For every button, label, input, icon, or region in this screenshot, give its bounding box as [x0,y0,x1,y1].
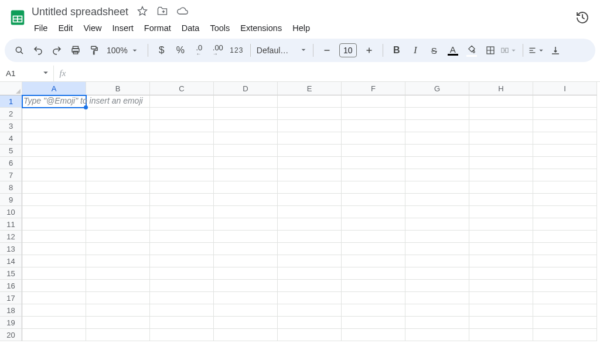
redo-icon[interactable] [48,42,66,59]
cell[interactable] [278,255,342,267]
cell[interactable] [342,132,405,145]
cell[interactable] [405,132,469,145]
cell[interactable] [342,108,405,120]
decrease-decimal-icon[interactable]: .0← [190,42,208,59]
cell[interactable] [214,145,278,157]
row-header[interactable]: 9 [0,194,22,206]
cell[interactable] [22,243,86,255]
cell[interactable] [469,317,533,329]
row-header[interactable]: 1 [0,95,22,108]
cell[interactable] [405,255,469,267]
cell[interactable] [214,95,278,108]
cell[interactable] [278,317,342,329]
cell[interactable] [22,132,86,145]
column-header[interactable]: A [22,82,86,95]
cell[interactable] [405,157,469,169]
cell[interactable] [342,267,405,280]
cell[interactable] [22,194,86,206]
cell[interactable] [278,95,342,108]
row-header[interactable]: 10 [0,206,22,218]
cell[interactable] [278,132,342,145]
column-header[interactable]: D [214,82,278,95]
cell[interactable] [342,181,405,194]
menu-format[interactable]: Format [139,21,176,35]
menu-data[interactable]: Data [177,21,204,35]
menu-file[interactable]: File [29,21,52,35]
cell[interactable] [214,267,278,280]
row-header[interactable]: 3 [0,120,22,132]
version-history-icon[interactable] [575,11,589,26]
cell[interactable] [150,243,214,255]
cell[interactable] [469,132,533,145]
cell[interactable] [150,317,214,329]
cell[interactable] [469,304,533,317]
cell[interactable] [22,108,86,120]
cell[interactable] [22,329,86,341]
font-size-input[interactable]: 10 [339,43,357,57]
decrease-font-size-icon[interactable] [318,42,336,59]
undo-icon[interactable] [29,42,47,59]
cell[interactable] [469,255,533,267]
cell[interactable] [278,120,342,132]
row-header[interactable]: 2 [0,108,22,120]
cell[interactable] [22,280,86,292]
cell[interactable] [86,243,150,255]
cell[interactable] [278,243,342,255]
cell[interactable] [214,304,278,317]
cell[interactable] [86,304,150,317]
column-header[interactable]: E [278,82,342,95]
cell[interactable] [533,329,597,341]
cell[interactable] [278,145,342,157]
cell[interactable] [150,169,214,181]
row-header[interactable]: 13 [0,243,22,255]
cell[interactable] [342,206,405,218]
cell[interactable] [86,108,150,120]
sheets-logo[interactable] [6,6,29,29]
cell[interactable] [342,243,405,255]
fill-handle[interactable] [84,105,88,109]
row-header[interactable]: 16 [0,280,22,292]
cell[interactable] [278,304,342,317]
cell[interactable] [150,181,214,194]
menu-help[interactable]: Help [288,21,315,35]
cell[interactable] [469,206,533,218]
cell[interactable] [469,280,533,292]
cell[interactable] [86,157,150,169]
italic-icon[interactable]: I [407,42,424,59]
column-header[interactable]: G [405,82,469,95]
cell[interactable] [214,206,278,218]
currency-icon[interactable]: $ [153,42,171,59]
cell[interactable] [533,157,597,169]
row-header[interactable]: 7 [0,169,22,181]
cell[interactable] [533,231,597,243]
cell[interactable] [150,108,214,120]
cell[interactable] [342,231,405,243]
search-icon[interactable] [11,42,28,59]
formula-input[interactable] [71,66,600,81]
cell[interactable] [214,329,278,341]
cell[interactable] [405,317,469,329]
cell[interactable] [469,231,533,243]
text-color-icon[interactable]: A [444,42,462,59]
cell[interactable] [342,194,405,206]
column-header[interactable]: I [533,82,597,95]
cell[interactable] [469,145,533,157]
cell[interactable] [533,292,597,304]
cell[interactable] [150,280,214,292]
cell[interactable] [342,280,405,292]
cell[interactable] [22,157,86,169]
cell[interactable] [150,194,214,206]
cell[interactable] [405,304,469,317]
move-icon[interactable] [156,5,168,19]
row-header[interactable]: 11 [0,218,22,231]
cell[interactable] [533,267,597,280]
cell[interactable] [278,169,342,181]
cell[interactable] [214,157,278,169]
cell[interactable] [533,132,597,145]
cell[interactable] [214,132,278,145]
cloud-status-icon[interactable] [176,5,188,19]
cell[interactable] [150,120,214,132]
column-header[interactable]: H [469,82,533,95]
cell[interactable] [342,145,405,157]
cell[interactable] [86,181,150,194]
